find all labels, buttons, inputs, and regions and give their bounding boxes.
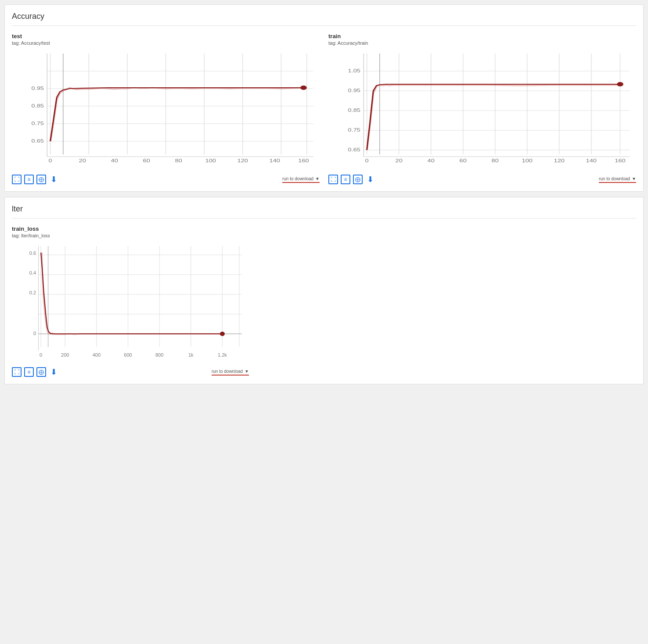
iter-section: lter train_loss tag: lter/train_loss — [4, 197, 644, 384]
fullscreen-icon-train-loss[interactable]: ⛶ — [12, 367, 22, 377]
svg-text:60: 60 — [143, 158, 150, 163]
svg-text:0.95: 0.95 — [348, 88, 360, 93]
svg-text:1k: 1k — [188, 352, 194, 357]
svg-text:0.75: 0.75 — [348, 128, 360, 132]
move-icon-train[interactable]: ⨁ — [353, 175, 363, 184]
svg-text:120: 120 — [554, 158, 565, 163]
page: Accuracy test tag: Accuracy/test — [0, 0, 648, 394]
svg-text:0.85: 0.85 — [32, 104, 44, 108]
svg-text:0: 0 — [33, 331, 36, 336]
svg-text:200: 200 — [61, 352, 69, 357]
run-to-download-train-loss[interactable]: run to download ▼ — [212, 369, 249, 376]
test-chart-svg: 0.65 0.75 0.85 0.95 0 20 40 60 80 100 12… — [12, 49, 320, 172]
svg-text:0: 0 — [40, 352, 42, 357]
svg-point-29 — [300, 86, 307, 90]
svg-text:40: 40 — [428, 158, 435, 163]
train-chart-svg: 0.65 0.75 0.85 0.95 1.05 0 20 40 60 80 1… — [328, 49, 636, 172]
test-chart-toolbar: ⛶ ≡ ⨁ ⬇ run to download ▼ — [12, 175, 320, 184]
svg-text:0.65: 0.65 — [32, 139, 44, 143]
svg-text:0: 0 — [49, 158, 52, 163]
accuracy-section: Accuracy test tag: Accuracy/test — [4, 4, 644, 192]
accuracy-charts-row: test tag: Accuracy/test — [12, 33, 636, 184]
svg-text:0.65: 0.65 — [348, 147, 360, 152]
svg-text:0.6: 0.6 — [29, 250, 36, 255]
svg-text:160: 160 — [298, 158, 309, 163]
train-loss-chart-container: 0.6 0.4 0.2 0 0 200 400 600 800 1k 1.2k — [12, 242, 249, 365]
run-to-download-train-label: run to download — [599, 176, 630, 181]
svg-text:600: 600 — [124, 352, 132, 357]
download-icon-test[interactable]: ⬇ — [49, 175, 58, 184]
test-chart-tag: tag: Accuracy/test — [12, 40, 320, 46]
train-loss-chart-tag: tag: lter/train_loss — [12, 233, 249, 238]
train-chart-toolbar: ⛶ ≡ ⨁ ⬇ run to download ▼ — [328, 175, 636, 184]
download-icon-train-loss[interactable]: ⬇ — [49, 367, 58, 377]
svg-text:1.2k: 1.2k — [218, 352, 227, 357]
svg-text:160: 160 — [615, 158, 625, 163]
fullscreen-icon-test[interactable]: ⛶ — [12, 175, 22, 184]
run-to-download-test-label: run to download — [282, 176, 313, 181]
svg-text:0.4: 0.4 — [29, 270, 36, 275]
download-icon-train[interactable]: ⬇ — [365, 175, 375, 184]
svg-text:100: 100 — [205, 158, 216, 163]
svg-text:140: 140 — [270, 158, 280, 163]
test-chart-card: test tag: Accuracy/test — [12, 33, 320, 184]
iter-title: lter — [12, 204, 636, 218]
test-chart-title: test — [12, 33, 320, 39]
train-loss-chart-card: train_loss tag: lter/train_loss — [12, 225, 249, 377]
list-icon-train-loss[interactable]: ≡ — [24, 367, 34, 377]
list-icon-train[interactable]: ≡ — [341, 175, 350, 184]
svg-text:400: 400 — [93, 352, 101, 357]
svg-text:120: 120 — [238, 158, 248, 163]
svg-text:60: 60 — [460, 158, 467, 163]
train-chart-container: 0.65 0.75 0.85 0.95 1.05 0 20 40 60 80 1… — [328, 49, 636, 172]
svg-text:0.95: 0.95 — [32, 86, 44, 91]
run-to-download-train-loss-label: run to download — [212, 369, 243, 374]
svg-text:80: 80 — [175, 158, 182, 163]
train-chart-card: train tag: Accuracy/train — [328, 33, 636, 184]
move-icon-test[interactable]: ⨁ — [36, 175, 46, 184]
svg-text:1.05: 1.05 — [348, 68, 360, 73]
svg-text:140: 140 — [586, 158, 597, 163]
svg-point-61 — [617, 82, 623, 86]
svg-text:40: 40 — [111, 158, 118, 163]
svg-text:0.2: 0.2 — [29, 290, 36, 295]
svg-text:0: 0 — [365, 158, 369, 163]
train-chart-tag: tag: Accuracy/train — [328, 40, 636, 46]
test-chart-container: 0.65 0.75 0.85 0.95 0 20 40 60 80 100 12… — [12, 49, 320, 172]
train-loss-chart-svg: 0.6 0.4 0.2 0 0 200 400 600 800 1k 1.2k — [12, 242, 249, 365]
train-chart-title: train — [328, 33, 636, 39]
svg-text:800: 800 — [155, 352, 164, 357]
train-loss-chart-title: train_loss — [12, 225, 249, 232]
list-icon-test[interactable]: ≡ — [24, 175, 34, 184]
svg-text:80: 80 — [492, 158, 499, 163]
svg-text:20: 20 — [396, 158, 403, 163]
run-to-download-train[interactable]: run to download ▼ — [599, 176, 636, 183]
svg-point-89 — [220, 332, 225, 336]
svg-text:20: 20 — [79, 158, 86, 163]
train-loss-chart-toolbar: ⛶ ≡ ⨁ ⬇ run to download ▼ — [12, 367, 249, 377]
dropdown-icon-train-loss[interactable]: ▼ — [245, 369, 249, 374]
move-icon-train-loss[interactable]: ⨁ — [36, 367, 46, 377]
svg-text:0.85: 0.85 — [348, 108, 360, 113]
svg-text:100: 100 — [522, 158, 533, 163]
fullscreen-icon-train[interactable]: ⛶ — [328, 175, 338, 184]
dropdown-icon-test[interactable]: ▼ — [315, 176, 320, 181]
dropdown-icon-train[interactable]: ▼ — [632, 176, 636, 181]
svg-text:0.75: 0.75 — [32, 121, 44, 126]
accuracy-title: Accuracy — [12, 12, 636, 26]
run-to-download-test[interactable]: run to download ▼ — [282, 176, 320, 183]
